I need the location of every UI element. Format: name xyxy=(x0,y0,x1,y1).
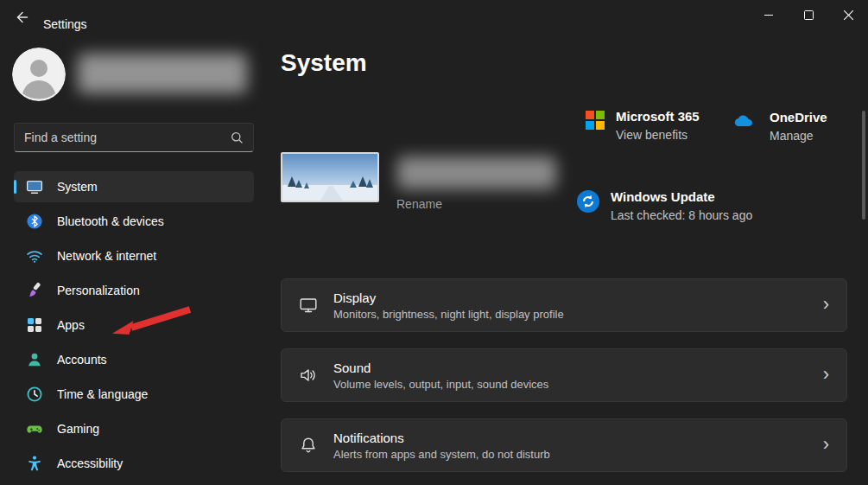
rename-link[interactable]: Rename xyxy=(396,197,442,211)
bell-icon xyxy=(299,436,318,455)
clock-icon xyxy=(26,386,43,403)
chevron-right-icon: › xyxy=(823,435,829,456)
card-subtitle: Monitors, brightness, night light, displ… xyxy=(333,308,564,321)
back-arrow-icon xyxy=(16,10,29,28)
onedrive-promo: OneDrive Manage xyxy=(732,109,827,145)
search-icon[interactable] xyxy=(231,131,253,144)
sidebar-item-label: System xyxy=(57,180,98,194)
windows-update-title: Windows Update xyxy=(611,188,752,206)
wifi-icon xyxy=(26,247,43,265)
sidebar-item-label: Bluetooth & devices xyxy=(57,214,164,228)
sidebar-item-personalization[interactable]: Personalization xyxy=(14,275,254,306)
onedrive-title: OneDrive xyxy=(770,109,827,126)
sidebar-item-gaming[interactable]: Gaming xyxy=(14,413,254,444)
sidebar-nav: System Bluetooth & devices Network & int… xyxy=(14,171,254,482)
sound-card[interactable]: Sound Volume levels, output, input, soun… xyxy=(281,348,847,402)
manage-link[interactable]: Manage xyxy=(770,126,827,145)
chevron-right-icon: › xyxy=(823,365,829,386)
account-person-icon xyxy=(26,351,43,368)
device-name-redacted xyxy=(397,156,556,189)
close-button[interactable] xyxy=(828,0,868,29)
onedrive-cloud-icon xyxy=(732,112,758,132)
search-box xyxy=(14,123,254,152)
page-title: System xyxy=(281,49,367,77)
chevron-right-icon: › xyxy=(823,295,829,316)
view-benefits-link[interactable]: View benefits xyxy=(616,125,700,144)
sidebar-item-label: Time & language xyxy=(57,387,148,401)
microsoft-logo-icon xyxy=(586,111,605,130)
sidebar-item-time-language[interactable]: Time & language xyxy=(14,379,254,410)
card-title: Display xyxy=(333,290,564,305)
device-wallpaper-thumbnail xyxy=(281,152,379,202)
display-card[interactable]: Display Monitors, brightness, night ligh… xyxy=(281,278,847,332)
microsoft365-promo: Microsoft 365 View benefits xyxy=(586,108,700,144)
apps-grid-icon xyxy=(26,316,43,334)
maximize-button[interactable] xyxy=(789,0,828,29)
sidebar-item-label: Network & internet xyxy=(57,249,156,263)
minimize-button[interactable] xyxy=(749,0,789,29)
sidebar-item-label: Accessibility xyxy=(57,456,123,470)
maximize-icon xyxy=(804,10,814,20)
card-subtitle: Alerts from apps and system, do not dist… xyxy=(333,448,550,461)
microsoft365-title: Microsoft 365 xyxy=(616,108,700,125)
user-avatar[interactable] xyxy=(12,48,66,101)
speaker-icon xyxy=(299,366,318,385)
sidebar-item-label: Apps xyxy=(57,318,85,332)
sidebar-item-label: Personalization xyxy=(57,284,140,297)
notifications-card[interactable]: Notifications Alerts from apps and syste… xyxy=(281,418,847,472)
card-title: Sound xyxy=(333,361,548,375)
sidebar-item-label: Accounts xyxy=(57,353,107,367)
window-controls xyxy=(749,0,868,29)
windows-update-last-checked: Last checked: 8 hours ago xyxy=(611,206,752,225)
card-title: Notifications xyxy=(333,431,550,445)
settings-window: Settings System Bluetooth & devices Netw… xyxy=(0,0,868,485)
accessibility-person-icon xyxy=(26,455,43,472)
card-subtitle: Volume levels, output, input, sound devi… xyxy=(333,378,548,391)
search-input[interactable] xyxy=(15,131,231,144)
display-icon xyxy=(299,296,318,315)
settings-card-list: Display Monitors, brightness, night ligh… xyxy=(281,278,847,485)
bluetooth-icon xyxy=(26,213,43,230)
close-icon xyxy=(844,10,853,20)
sidebar-item-system[interactable]: System xyxy=(14,171,254,202)
system-icon xyxy=(26,178,43,195)
brush-icon xyxy=(26,282,43,299)
minimize-icon xyxy=(764,15,773,16)
sidebar-item-network-internet[interactable]: Network & internet xyxy=(14,240,254,271)
person-icon xyxy=(12,48,66,101)
window-title: Settings xyxy=(43,17,87,31)
sidebar-item-label: Gaming xyxy=(57,422,99,436)
sidebar-item-accounts[interactable]: Accounts xyxy=(14,344,254,375)
sidebar-item-accessibility[interactable]: Accessibility xyxy=(14,448,254,479)
windows-update-status: Windows Update Last checked: 8 hours ago xyxy=(577,188,752,225)
sidebar-item-apps[interactable]: Apps xyxy=(14,310,254,341)
vertical-scrollbar-thumb[interactable] xyxy=(862,111,865,220)
sidebar-item-bluetooth-devices[interactable]: Bluetooth & devices xyxy=(14,206,254,237)
back-button[interactable] xyxy=(9,6,36,32)
game-controller-icon xyxy=(26,420,43,437)
user-name-redacted xyxy=(78,54,247,93)
windows-update-icon xyxy=(577,190,599,216)
